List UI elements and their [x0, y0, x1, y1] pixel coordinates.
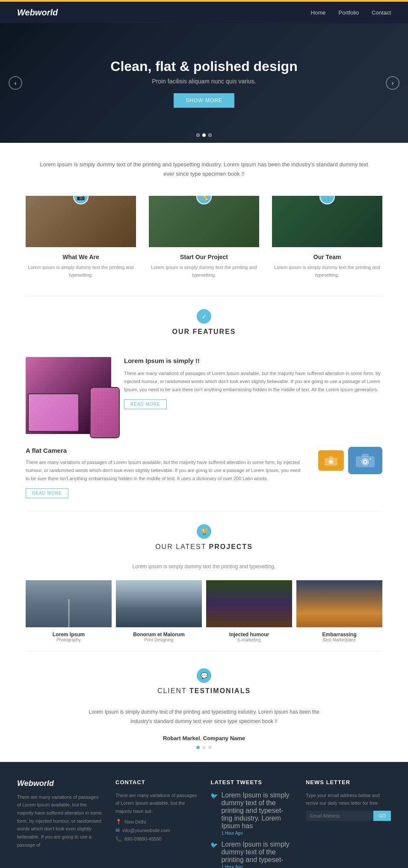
hero-dot-1[interactable] — [196, 133, 200, 137]
footer-contact-body: There are many variations of passages of… — [115, 791, 198, 815]
landscape-grapes — [206, 580, 292, 627]
project-4-title: Embarrassing — [296, 632, 382, 638]
footer-phone: 📞 890-09880-45590 — [115, 836, 198, 842]
navbar: Webworld Home Portfolio Contact — [0, 2, 408, 23]
card-3-desc: Lorem ipsum is simply dummy text the pri… — [272, 264, 382, 279]
project-item-4: Embarrassing Best Marketplace — [296, 580, 382, 642]
svg-rect-8 — [362, 454, 369, 457]
project-img-3 — [206, 580, 292, 627]
svg-point-2 — [330, 461, 332, 463]
footer: Webworld There are many variations of pa… — [0, 762, 408, 868]
project-img-2 — [116, 580, 202, 627]
nav-contact[interactable]: Contact — [372, 9, 391, 16]
projects-subtitle: Lorem ipsum is simply dummy text the pri… — [26, 564, 382, 570]
footer-city: 📍 New Delhi — [115, 819, 198, 825]
gold-camera-icon — [318, 450, 344, 471]
svg-point-7 — [364, 461, 366, 463]
footer-newsletter-title: NEWS LETTER — [306, 779, 391, 785]
project-item-3: Injected humour E-marketing — [206, 580, 292, 642]
hero-next-button[interactable]: › — [386, 76, 399, 90]
projects-title: OUR LATEST PROJECTS — [26, 543, 382, 551]
our-features-section: ✓ OUR FEATURES — [0, 296, 408, 357]
tweet-1: 🐦 Lorem Ipsum is simply dummy text of th… — [210, 791, 293, 836]
nav-home[interactable]: Home — [311, 9, 326, 16]
hero-section: ‹ Clean, flat & polished design Proin fa… — [0, 23, 408, 143]
flat-camera-text: A flat Camera There are many variations … — [26, 447, 301, 498]
testimonial-dot-2[interactable] — [202, 746, 206, 749]
testimonials-title: CLIENT TESTIMONIALS — [26, 687, 382, 695]
blue-camera-icon — [348, 447, 382, 474]
testimonial-dot-1[interactable] — [196, 746, 200, 749]
hero-dot-3[interactable] — [208, 133, 212, 137]
twitter-icon-2: 🐦 — [210, 841, 218, 868]
landscape-dock — [26, 580, 112, 627]
newsletter-go-button[interactable]: GO — [373, 811, 391, 821]
tweet-2-time: 1 Hour Ago — [221, 865, 293, 868]
card-our-team: 🛒 Our Team Lorem ipsum is simply dummy t… — [272, 196, 382, 279]
testimonials-body: Lorem Ipsum is simply dummy text of the … — [84, 708, 324, 726]
tweet-2-text: Lorem Ipsum is simply dummy text of the … — [221, 841, 289, 863]
svg-point-9 — [370, 458, 371, 460]
project-img-1 — [26, 580, 112, 627]
check-icon: ✓ — [197, 309, 211, 324]
card-1-desc: Lorem ipsum is simply dummy text the pri… — [26, 264, 136, 279]
twitter-icon-1: 🐦 — [210, 792, 218, 836]
intro-text: Lorem Ipsum is simply dummy text of the … — [34, 160, 374, 179]
footer-brand: Webworld — [17, 779, 103, 788]
nav-links: Home Portfolio Contact — [311, 9, 391, 16]
footer-email: ✉ info@yourwebsite.com — [115, 827, 198, 833]
hero-show-more-button[interactable]: SHOW MORE — [174, 93, 234, 108]
location-icon: 📍 — [115, 819, 122, 825]
project-img-4 — [296, 580, 382, 627]
hero-prev-button[interactable]: ‹ — [9, 76, 22, 90]
footer-newsletter-col: NEWS LETTER Type your email address belo… — [306, 779, 391, 868]
phone-icon: 📞 — [115, 836, 122, 842]
card-1-title: What We Are — [26, 254, 136, 260]
footer-contact-title: CONTACT — [115, 779, 198, 785]
features-body: There are many variations of passages of… — [124, 369, 382, 393]
flat-camera-body: There are many variations of passages of… — [26, 458, 301, 482]
project-4-cat: Best Marketplace — [296, 638, 382, 642]
tweet-2-content: Lorem Ipsum is simply dummy text of the … — [221, 841, 293, 868]
tweet-1-time: 1 Hour Ago — [221, 831, 293, 836]
tablet-mockup — [28, 393, 79, 432]
phone-mockup — [90, 387, 120, 438]
svg-rect-3 — [329, 456, 333, 459]
nav-portfolio[interactable]: Portfolio — [338, 9, 359, 16]
hero-content: Clean, flat & polished design Proin faci… — [110, 59, 297, 108]
landscape-mountain — [116, 580, 202, 627]
intro-section: Lorem Ipsum is simply dummy text of the … — [0, 143, 408, 192]
project-item-2: Bonorum et Malorum Print Designing — [116, 580, 202, 642]
hero-dots — [196, 133, 212, 137]
hero-dot-2[interactable] — [202, 133, 206, 137]
speech-icon: 💬 — [197, 668, 211, 683]
footer-newsletter-text: Type your email address below and recive… — [306, 791, 391, 807]
features-title: OUR FEATURES — [26, 328, 382, 336]
email-icon: ✉ — [115, 827, 120, 833]
tweet-1-content: Lorem Ipsum is simply dummy text of the … — [221, 791, 293, 836]
project-item-1: Lorem Ipsum Photography — [26, 580, 112, 642]
card-what-we-are: 📷 What We Are Lorem ipsum is simply dumm… — [26, 196, 136, 279]
features-text: Lorem Ipsum is simply !! There are many … — [124, 357, 382, 409]
latest-projects-section: 🏆 OUR LATEST PROJECTS Lorem ipsum is sim… — [0, 511, 408, 651]
flat-camera-section: A flat Camera There are many variations … — [0, 434, 408, 511]
cards-section: 📷 What We Are Lorem ipsum is simply dumm… — [0, 192, 408, 296]
testimonial-dot-3[interactable] — [208, 746, 212, 749]
features-read-more-button[interactable]: READ MORE — [124, 399, 167, 409]
card-3-title: Our Team — [272, 254, 382, 260]
phone-screen — [91, 388, 119, 437]
hero-title: Clean, flat & polished design — [110, 59, 297, 74]
features-heading: Lorem Ipsum is simply !! — [124, 357, 382, 364]
footer-about-text: There are many variations of passages of… — [17, 793, 103, 849]
card-img-1: 📷 — [26, 196, 136, 247]
project-2-title: Bonorum et Malorum — [116, 632, 202, 638]
trophy-icon: 🏆 — [197, 524, 211, 539]
email-address-input[interactable] — [306, 811, 373, 821]
flat-camera-read-more-button[interactable]: READ MORE — [26, 488, 68, 498]
landscape-sunset — [296, 580, 382, 627]
footer-tweets-title: LATEST TWEETS — [210, 779, 293, 785]
card-2-title: Start Our Project — [149, 254, 259, 260]
hero-subtitle: Proin facilisis aliquam nunc quis varius… — [110, 78, 297, 85]
card-start-project: ✏️ Start Our Project Lorem ipsum is simp… — [149, 196, 259, 279]
footer-about-col: Webworld There are many variations of pa… — [17, 779, 103, 868]
